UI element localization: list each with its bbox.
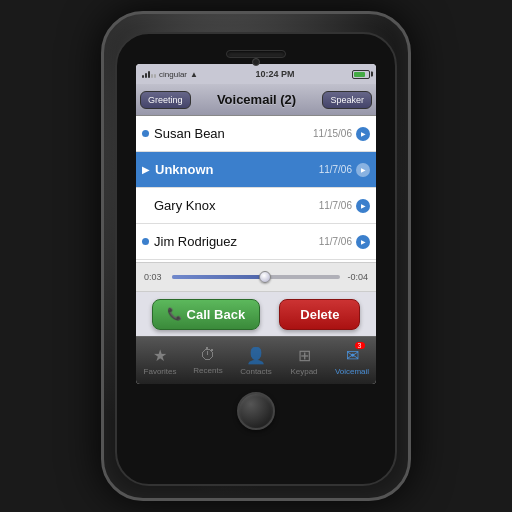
vm-detail-arrow[interactable] xyxy=(356,235,370,249)
nav-bar: Greeting Voicemail (2) Speaker xyxy=(136,84,376,116)
play-icon: ▶ xyxy=(142,164,150,175)
voicemail-badge-container: ✉ 3 xyxy=(346,346,359,365)
tab-voicemail[interactable]: ✉ 3 Voicemail xyxy=(330,346,374,376)
clock-icon: ⏱ xyxy=(200,346,216,364)
signal-bar-4 xyxy=(151,74,153,78)
delete-button[interactable]: Delete xyxy=(279,299,360,330)
vm-item-susan[interactable]: Susan Bean 11/15/06 xyxy=(136,116,376,152)
voicemail-list: Susan Bean 11/15/06 ▶ Unknown 11/7/06 Ga… xyxy=(136,116,376,262)
speaker-button[interactable]: Speaker xyxy=(322,91,372,109)
signal-bar-1 xyxy=(142,75,144,78)
signal-bar-2 xyxy=(145,73,147,78)
battery-indicator xyxy=(352,70,370,79)
vm-date: 11/7/06 xyxy=(319,164,352,175)
signal-bar-5 xyxy=(154,74,156,78)
tab-keypad[interactable]: ⊞ Keypad xyxy=(282,346,326,376)
progress-fill xyxy=(172,275,264,279)
phone-inner: cingular ▲ 10:24 PM Greeting Voicemail (… xyxy=(115,32,397,486)
battery-fill xyxy=(354,72,365,77)
remaining-time: -0:04 xyxy=(346,272,368,282)
status-left: cingular ▲ xyxy=(142,70,198,79)
vm-item-sidney[interactable]: Sidney Bailey 11/7/06 xyxy=(136,260,376,262)
status-time: 10:24 PM xyxy=(255,69,294,79)
status-bar: cingular ▲ 10:24 PM xyxy=(136,64,376,84)
tab-bar: ★ Favorites ⏱ Recents 👤 Contacts ⊞ Keypa… xyxy=(136,336,376,384)
vm-item-gary[interactable]: Gary Knox 11/7/06 xyxy=(136,188,376,224)
tab-contacts-label: Contacts xyxy=(240,367,272,376)
progress-thumb[interactable] xyxy=(259,271,271,283)
vm-item-jim[interactable]: Jim Rodriguez 11/7/06 xyxy=(136,224,376,260)
tab-recents[interactable]: ⏱ Recents xyxy=(186,346,230,375)
contacts-icon: 👤 xyxy=(246,346,266,365)
vm-item-unknown[interactable]: ▶ Unknown 11/7/06 xyxy=(136,152,376,188)
vm-date: 11/7/06 xyxy=(319,236,352,247)
greeting-button[interactable]: Greeting xyxy=(140,91,191,109)
vm-name: Unknown xyxy=(155,162,319,177)
tab-favorites-label: Favorites xyxy=(144,367,177,376)
vm-date: 11/15/06 xyxy=(313,128,352,139)
callback-label: Call Back xyxy=(187,307,246,322)
tab-recents-label: Recents xyxy=(193,366,222,375)
vm-name: Gary Knox xyxy=(154,198,319,213)
voicemail-icon: ✉ xyxy=(346,347,359,364)
carrier-label: cingular xyxy=(159,70,187,79)
callback-button[interactable]: 📞 Call Back xyxy=(152,299,261,330)
vm-detail-arrow[interactable] xyxy=(356,199,370,213)
vm-name: Jim Rodriguez xyxy=(154,234,319,249)
progress-area: 0:03 -0:04 xyxy=(136,262,376,292)
home-button[interactable] xyxy=(237,392,275,430)
wifi-icon: ▲ xyxy=(190,70,198,79)
signal-bars xyxy=(142,71,156,78)
vm-date: 11/7/06 xyxy=(319,200,352,211)
action-bar: 📞 Call Back Delete xyxy=(136,292,376,336)
star-icon: ★ xyxy=(153,346,167,365)
signal-bar-3 xyxy=(148,71,150,78)
phone-icon: 📞 xyxy=(167,307,182,321)
tab-contacts[interactable]: 👤 Contacts xyxy=(234,346,278,376)
tab-voicemail-label: Voicemail xyxy=(335,367,369,376)
new-dot xyxy=(142,130,149,137)
vm-detail-arrow[interactable] xyxy=(356,163,370,177)
phone-screen: cingular ▲ 10:24 PM Greeting Voicemail (… xyxy=(136,64,376,384)
tab-favorites[interactable]: ★ Favorites xyxy=(138,346,182,376)
progress-track[interactable] xyxy=(172,275,340,279)
new-dot xyxy=(142,238,149,245)
vm-detail-arrow[interactable] xyxy=(356,127,370,141)
front-camera xyxy=(252,58,260,66)
voicemail-badge: 3 xyxy=(355,342,365,349)
vm-name: Susan Bean xyxy=(154,126,313,141)
elapsed-time: 0:03 xyxy=(144,272,166,282)
keypad-icon: ⊞ xyxy=(298,346,311,365)
phone-device: cingular ▲ 10:24 PM Greeting Voicemail (… xyxy=(101,11,411,501)
speaker-grill xyxy=(226,50,286,58)
nav-title: Voicemail (2) xyxy=(217,92,296,107)
tab-keypad-label: Keypad xyxy=(290,367,317,376)
